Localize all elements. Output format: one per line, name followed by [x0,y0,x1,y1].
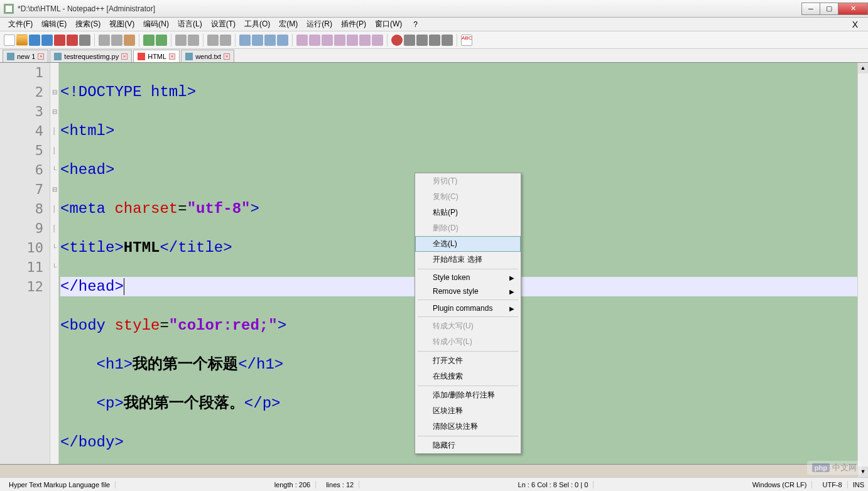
menu-settings[interactable]: 设置(T) [207,18,240,31]
svg-rect-1 [6,6,12,12]
toolbar-separator [387,34,388,46]
ctx-search-online[interactable]: 在线搜索 [415,369,521,384]
ctx-remove-style[interactable]: Remove style▶ [415,284,521,298]
find-icon[interactable] [175,35,187,46]
func-list-icon[interactable] [347,35,358,46]
line-number: 1 [0,63,43,82]
sync-h-icon[interactable] [252,35,263,46]
spellcheck-icon[interactable]: ABC [461,35,472,46]
fold-open-icon[interactable]: ⊟ [50,180,58,199]
ctx-toggle-line-comment[interactable]: 添加/删除单行注释 [415,387,521,403]
line-number-gutter: 1 2 3 4 5 6 7 8 9 10 11 12 [0,63,50,464]
status-position: Ln : 6 Col : 8 Sel : 0 | 0 [513,481,594,488]
line-number: 6 [0,160,43,180]
status-lines: lines : 12 [321,481,359,488]
indent-guide-icon[interactable] [296,35,308,46]
print-icon[interactable] [79,35,90,46]
tab-testrequestimg[interactable]: testrequestimg.py× [50,50,132,62]
minimize-button[interactable]: ─ [801,3,820,15]
menu-tools[interactable]: 工具(O) [240,18,274,31]
close-all-icon[interactable] [67,35,78,46]
close-file-icon[interactable] [54,35,65,46]
ctx-clear-block-comment[interactable]: 清除区块注释 [415,419,521,434]
record-macro-icon[interactable] [391,35,403,46]
paste-icon[interactable] [124,35,135,46]
save-all-icon[interactable] [41,35,53,46]
replace-icon[interactable] [188,35,199,46]
menu-edit[interactable]: 编辑(E) [37,18,71,31]
close-button[interactable]: ✕ [838,3,868,15]
toolbar-separator [235,34,236,46]
copy-icon[interactable] [111,35,122,46]
text-cursor [124,278,124,295]
all-chars-icon[interactable] [277,35,288,46]
ctx-block-comment[interactable]: 区块注释 [415,403,521,419]
ctx-hide-lines[interactable]: 隐藏行 [415,438,521,453]
menu-help[interactable]: ? [409,19,422,30]
status-length: length : 206 [269,481,317,488]
menu-encoding[interactable]: 编码(N) [139,18,173,31]
file-modified-icon [138,53,145,60]
menu-language[interactable]: 语言(L) [173,18,207,31]
tab-html[interactable]: HTML× [133,50,180,62]
ctx-begin-end-select[interactable]: 开始/结束 选择 [415,252,521,267]
maximize-button[interactable]: ▢ [820,3,838,15]
cut-icon[interactable] [99,35,110,46]
redo-icon[interactable] [156,35,167,46]
folder-workspace-icon[interactable] [359,35,371,46]
tab-wend[interactable]: wend.txt× [181,50,234,62]
menu-plugins[interactable]: 插件(P) [337,18,371,31]
play-macro-icon[interactable] [416,35,428,46]
menu-macro[interactable]: 宏(M) [274,18,302,31]
fold-open-icon[interactable]: ⊟ [50,102,58,121]
user-lang-icon[interactable] [309,35,320,46]
line-number: 4 [0,121,43,141]
status-mode: INS [853,481,864,488]
ctx-plugin-commands[interactable]: Plugin commands▶ [415,301,521,315]
tab-close-icon[interactable]: × [224,53,230,60]
menu-view[interactable]: 视图(V) [105,18,139,31]
monitoring-icon[interactable] [372,35,383,46]
tab-label: testrequestimg.py [64,53,119,60]
zoom-out-icon[interactable] [220,35,231,46]
menu-search[interactable]: 搜索(S) [71,18,105,31]
save-icon[interactable] [29,35,40,46]
tab-close-icon[interactable]: × [38,53,44,60]
ctx-select-all[interactable]: 全选(L) [415,236,521,252]
tab-close-icon[interactable]: × [169,53,175,60]
stop-macro-icon[interactable] [404,35,415,46]
tab-close-icon[interactable]: × [121,53,127,60]
document-close-button[interactable]: X [846,19,864,30]
doc-map-icon[interactable] [322,35,333,46]
doc-list-icon[interactable] [334,35,345,46]
toolbar: ABC [0,31,868,49]
fold-open-icon[interactable]: ⊟ [50,82,58,102]
ctx-delete: 删除(D) [415,220,521,236]
watermark-text: 中文网 [832,462,857,473]
vertical-scrollbar[interactable]: ▲ ▼ [857,63,868,477]
scroll-up-icon[interactable]: ▲ [858,63,868,73]
line-number: 8 [0,199,43,219]
fold-line: │ [50,219,58,238]
line-number: 11 [0,257,43,277]
status-bar: Hyper Text Markup Language file length :… [0,477,868,491]
ctx-open-file[interactable]: 打开文件 [415,353,521,369]
ctx-paste[interactable]: 粘贴(P) [415,205,521,220]
open-file-icon[interactable] [16,35,28,46]
tab-new1[interactable]: new 1× [3,50,48,62]
play-multi-icon[interactable] [429,35,440,46]
sync-v-icon[interactable] [239,35,251,46]
zoom-in-icon[interactable] [207,35,219,46]
ctx-uppercase: 转成大写(U) [415,318,521,334]
ctx-style-token[interactable]: Style token▶ [415,271,521,284]
new-file-icon[interactable] [4,35,15,46]
menu-file[interactable]: 文件(F) [4,18,37,31]
wrap-icon[interactable] [264,35,276,46]
tab-label: wend.txt [195,53,221,60]
line-number: 12 [0,277,43,296]
menu-window[interactable]: 窗口(W) [371,18,406,31]
save-macro-icon[interactable] [442,35,453,46]
undo-icon[interactable] [143,35,155,46]
fold-end: └ [50,257,58,277]
menu-run[interactable]: 运行(R) [302,18,337,31]
